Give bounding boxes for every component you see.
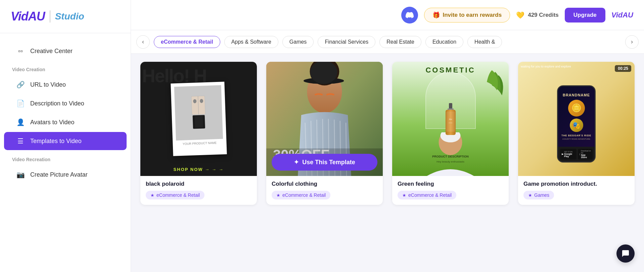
svg-rect-20	[449, 103, 452, 109]
template-card-clothing[interactable]: 30%OFF at launch ✦ Use This Template Col…	[266, 62, 383, 205]
link-icon: 🔗	[16, 80, 25, 89]
green-bg: COSMETIC	[392, 62, 509, 176]
game-icon: 🪙	[568, 100, 585, 117]
sparkle-icon: ✦	[294, 158, 299, 166]
polaroid-inner	[174, 85, 223, 141]
google-play-icon: ▶	[562, 153, 563, 155]
credits-area: 💛 429 Credits	[516, 11, 559, 19]
character-emoji: 🎭	[572, 121, 581, 129]
app-store-badge:  Download on the App Store	[578, 149, 593, 160]
template-thumb-polaroid: Hello! H	[140, 62, 257, 176]
header-vidau-label: VidAU	[611, 11, 633, 19]
category-education[interactable]: Education	[425, 36, 463, 48]
sidebar-item-create-picture-avatar[interactable]: 📷 Create Picture Avatar	[4, 166, 127, 184]
sidebar-item-templates-to-video[interactable]: ☰ Templates to Video	[4, 132, 127, 150]
category-bar: ‹ eCommerce & Retail Apps & Software Gam…	[131, 30, 644, 54]
brandname-text: BRANDNAME	[563, 93, 590, 97]
coin-emoji: 🪙	[571, 103, 582, 113]
url-to-video-label: URL to Video	[30, 81, 66, 88]
tag-label-green: eCommerce & Retail	[408, 192, 452, 198]
category-realestate[interactable]: Real Estate	[379, 36, 421, 48]
svg-text:Hey beauty enthusiasts: Hey beauty enthusiasts	[436, 160, 464, 163]
template-tag-polaroid: ★ eCommerce & Retail	[146, 191, 204, 199]
star-icon-3: ★	[402, 193, 406, 198]
use-template-label: Use This Template	[302, 159, 355, 166]
google-play-text: Google Play	[564, 153, 575, 157]
template-name-game: Game promotion introduct.	[523, 181, 629, 187]
avatars-to-video-label: Avatars to Video	[30, 119, 74, 126]
svg-text:Mac: Mac	[449, 118, 452, 120]
star-icon-2: ★	[276, 193, 280, 198]
discord-button[interactable]	[401, 7, 418, 24]
sidebar-navigation: ▫▫ Creative Center Video Creation 🔗 URL …	[0, 33, 131, 272]
game-icon-2: 🎭	[570, 119, 583, 132]
download-on: Download on the	[581, 150, 591, 154]
logo-divider	[50, 10, 50, 22]
sidebar-item-url-to-video[interactable]: 🔗 URL to Video	[4, 76, 127, 94]
template-thumb-clothing: 30%OFF at launch ✦ Use This Template	[266, 62, 383, 176]
category-pills: eCommerce & Retail Apps & Software Games…	[150, 36, 625, 48]
tag-label-clothing: eCommerce & Retail	[282, 192, 326, 198]
template-info-clothing: Colorful clothing ★ eCommerce & Retail	[266, 176, 383, 205]
description-to-video-label: Description to Video	[30, 100, 84, 107]
star-icon-4: ★	[528, 193, 532, 198]
waiting-text: waiting for you to explore and explore	[521, 64, 618, 69]
template-card-green[interactable]: COSMETIC	[392, 62, 509, 205]
sidebar: VidAU Studio ▫▫ Creative Center Video Cr…	[0, 0, 131, 272]
template-info-polaroid: black polaroid ★ eCommerce & Retail	[140, 176, 257, 205]
beggars-title: THE BEGGAR'S RIDE	[561, 134, 591, 137]
google-play-badge: ▶ GET IT ON Google Play	[560, 149, 577, 160]
template-tag-green: ★ eCommerce & Retail	[398, 191, 456, 199]
phone-mockup: BRANDNAME 🪙 🎭 THE BEGGAR'S RIDE	[557, 85, 596, 163]
upgrade-button[interactable]: Upgrade	[565, 8, 605, 22]
template-info-game: Game promotion introduct. ★ Games	[518, 176, 635, 205]
category-next-button[interactable]: ›	[625, 35, 639, 49]
use-template-overlay: ✦ Use This Template	[266, 148, 383, 176]
studio-label: Studio	[55, 11, 84, 22]
use-template-button[interactable]: ✦ Use This Template	[272, 154, 377, 171]
template-card-game[interactable]: 00:25 waiting for you to explore and exp…	[518, 62, 635, 205]
category-prev-button[interactable]: ‹	[136, 35, 150, 49]
sidebar-item-avatars-to-video[interactable]: 👤 Avatars to Video	[4, 113, 127, 131]
svg-rect-21	[448, 108, 454, 110]
category-financial[interactable]: Financial Services	[318, 36, 375, 48]
tag-label-game: Games	[534, 192, 549, 198]
credits-icon: 💛	[516, 11, 524, 19]
grid-icon: ▫▫	[16, 47, 25, 55]
sidebar-item-creative-center[interactable]: ▫▫ Creative Center	[4, 42, 127, 60]
header: 🎁 Invite to earn rewards 💛 429 Credits U…	[131, 0, 644, 30]
invite-button[interactable]: 🎁 Invite to earn rewards	[424, 8, 510, 22]
template-content: Hello! H	[131, 54, 644, 272]
picture-icon: 📷	[16, 170, 25, 179]
phone-screen: BRANDNAME 🪙 🎭 THE BEGGAR'S RIDE	[558, 86, 595, 147]
template-thumb-game: 00:25 waiting for you to explore and exp…	[518, 62, 635, 176]
templates-to-video-label: Templates to Video	[30, 138, 82, 145]
game-subtitle: A DUSTY ROAD ADVENTURE	[562, 138, 590, 140]
template-tag-game: ★ Games	[523, 191, 554, 199]
polaroid-frame: YOUR PRODUCT NAME	[171, 82, 227, 156]
category-health[interactable]: Health &	[467, 36, 502, 48]
category-games[interactable]: Games	[282, 36, 314, 48]
description-icon: 📄	[16, 99, 25, 108]
main-content: 🎁 Invite to earn rewards 💛 429 Credits U…	[131, 0, 644, 272]
template-icon: ☰	[16, 137, 25, 145]
store-badges: ▶ GET IT ON Google Play  Downl	[558, 147, 595, 162]
sidebar-item-description-to-video[interactable]: 📄 Description to Video	[4, 94, 127, 112]
svg-text:PRODUCT DESCRIPTION: PRODUCT DESCRIPTION	[432, 155, 469, 158]
template-tag-clothing: ★ eCommerce & Retail	[272, 191, 330, 199]
avatar-icon: 👤	[16, 118, 25, 127]
sidebar-logo: VidAU Studio	[0, 0, 131, 33]
template-grid: Hello! H	[140, 62, 635, 205]
star-icon: ★	[150, 193, 154, 198]
chat-button[interactable]	[616, 244, 635, 263]
svg-rect-23	[446, 111, 455, 132]
gift-icon: 🎁	[432, 11, 440, 19]
svg-rect-5	[194, 116, 203, 128]
template-name-polaroid: black polaroid	[146, 181, 251, 187]
template-card-black-polaroid[interactable]: Hello! H	[140, 62, 257, 205]
game-bg: 00:25 waiting for you to explore and exp…	[518, 62, 635, 176]
create-picture-avatar-label: Create Picture Avatar	[30, 171, 88, 178]
video-recreation-section-label: Video Recreation	[0, 151, 131, 165]
category-software[interactable]: Apps & Software	[224, 36, 278, 48]
category-ecommerce[interactable]: eCommerce & Retail	[154, 36, 220, 48]
